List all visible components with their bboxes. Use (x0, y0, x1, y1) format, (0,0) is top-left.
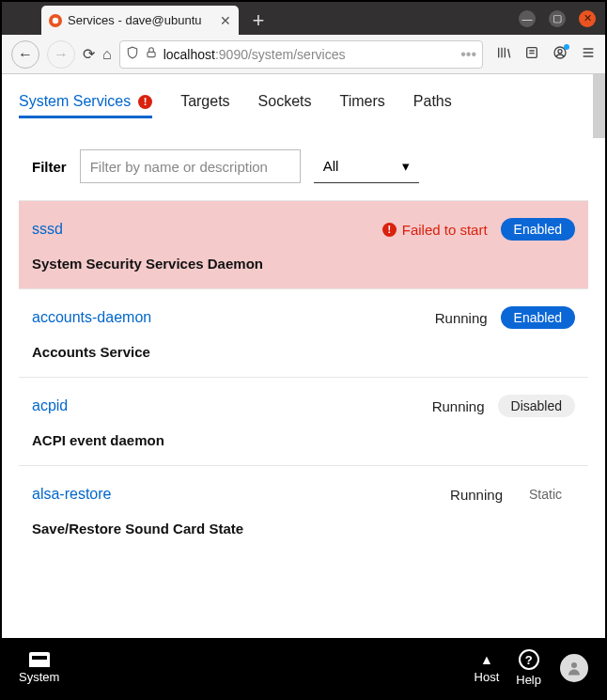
dock-host-label: Host (475, 670, 500, 684)
browser-toolbar: ← → ⟳ ⌂ localhost:9090/system/services •… (2, 35, 605, 74)
filter-select-value: All (323, 158, 339, 174)
filter-row: Filter All ▾ (19, 149, 588, 200)
window-maximize-button[interactable]: ▢ (549, 10, 566, 27)
svg-point-4 (558, 49, 562, 53)
service-state-pill: Disabled (498, 395, 575, 417)
tab-timers[interactable]: Timers (340, 93, 385, 110)
shield-icon (126, 46, 139, 63)
services-card: Filter All ▾ sssd!Failed to startEnabled… (19, 149, 588, 553)
ellipsis-icon[interactable]: ••• (460, 46, 476, 63)
dock-help-label: Help (516, 673, 541, 687)
tab-system-services-label: System Services (19, 93, 131, 110)
tab-targets[interactable]: Targets (180, 93, 229, 110)
svg-rect-1 (148, 52, 155, 56)
caret-up-icon: ▲ (480, 652, 493, 667)
service-row[interactable]: sssd!Failed to startEnabledSystem Securi… (19, 200, 588, 288)
tab-title: Services - dave@ubuntu (68, 13, 214, 27)
tab-system-services[interactable]: System Services ! (19, 93, 152, 110)
library-icon[interactable] (496, 45, 511, 64)
help-icon: ? (519, 649, 539, 670)
filter-label: Filter (32, 159, 67, 175)
service-status: Running (432, 398, 485, 414)
address-bar[interactable]: localhost:9090/system/services ••• (119, 40, 483, 69)
window-controls: ― ▢ ✕ (519, 2, 605, 35)
service-status: Running (435, 310, 488, 326)
url-text: localhost:9090/system/services (163, 47, 346, 62)
tab-close-icon[interactable]: ✕ (220, 13, 231, 28)
scrollbar[interactable] (593, 74, 605, 138)
service-name-link[interactable]: sssd (32, 221, 369, 238)
home-button[interactable]: ⌂ (102, 46, 112, 63)
service-description: System Security Services Daemon (32, 256, 575, 272)
service-description: Save/Restore Sound Card State (32, 521, 575, 537)
svg-point-0 (53, 17, 58, 23)
service-description: ACPI event daemon (32, 432, 575, 448)
disk-icon (29, 652, 50, 667)
service-description: Accounts Service (32, 344, 575, 360)
forward-button[interactable]: → (47, 40, 75, 69)
alert-icon: ! (138, 95, 152, 109)
account-icon[interactable] (553, 45, 568, 64)
chevron-down-icon: ▾ (402, 158, 410, 175)
service-name-link[interactable]: accounts-daemon (32, 309, 422, 326)
dock-host[interactable]: ▲ Host (475, 652, 500, 684)
page-content: System Services ! Targets Sockets Timers… (2, 74, 605, 638)
service-row[interactable]: acpidRunningDisabledACPI event daemon (19, 377, 588, 465)
service-row[interactable]: accounts-daemonRunningEnabledAccounts Se… (19, 288, 588, 377)
service-state-pill: Static (516, 483, 575, 506)
back-button[interactable]: ← (11, 40, 39, 69)
new-tab-button[interactable]: + (244, 7, 272, 35)
browser-tab[interactable]: Services - dave@ubuntu ✕ (41, 6, 239, 35)
service-name-link[interactable]: acpid (32, 397, 419, 414)
dock-system[interactable]: System (19, 652, 59, 684)
menu-icon[interactable] (581, 45, 596, 64)
service-name-link[interactable]: alsa-restore (32, 486, 437, 503)
tab-paths[interactable]: Paths (413, 93, 452, 110)
reload-button[interactable]: ⟳ (83, 45, 95, 63)
service-list: sssd!Failed to startEnabledSystem Securi… (19, 200, 588, 553)
services-tabs: System Services ! Targets Sockets Timers… (2, 74, 605, 117)
window-titlebar: Services - dave@ubuntu ✕ + ― ▢ ✕ (2, 2, 605, 35)
service-state-pill: Enabled (501, 306, 575, 329)
bottom-dock: System ▲ Host ? Help (2, 638, 605, 698)
reader-icon[interactable] (524, 45, 539, 64)
service-row[interactable]: alsa-restoreRunningStaticSave/Restore So… (19, 465, 588, 553)
lock-icon (145, 46, 158, 63)
dock-system-label: System (19, 670, 59, 684)
service-state-pill: Enabled (501, 218, 575, 241)
dock-help[interactable]: ? Help (516, 649, 541, 687)
window-close-button[interactable]: ✕ (579, 10, 596, 27)
ubuntu-icon (49, 14, 62, 27)
window-minimize-button[interactable]: ― (519, 10, 536, 27)
filter-select[interactable]: All ▾ (314, 149, 419, 183)
svg-point-5 (571, 662, 577, 668)
error-icon: ! (382, 223, 397, 237)
user-avatar[interactable] (560, 654, 588, 682)
tab-sockets[interactable]: Sockets (258, 93, 312, 110)
service-status: !Failed to start (382, 222, 488, 238)
service-status: Running (450, 487, 503, 503)
filter-input[interactable] (80, 149, 301, 183)
